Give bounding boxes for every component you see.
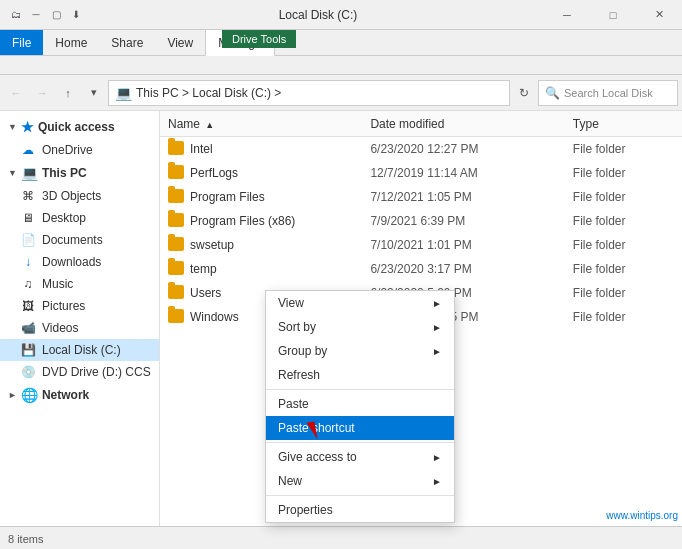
search-box[interactable]: 🔍 Search Local Disk: [538, 80, 678, 106]
context-menu-item[interactable]: New►: [266, 469, 454, 493]
address-bar: ← → ↑ ▾ 💻 This PC > Local Disk (C:) > ↻ …: [0, 75, 682, 111]
address-path[interactable]: 💻 This PC > Local Disk (C:) >: [108, 80, 510, 106]
downloads-icon: ↓: [20, 254, 36, 270]
submenu-arrow-icon: ►: [432, 476, 442, 487]
pictures-label: Pictures: [42, 299, 85, 313]
ctx-item-label: Refresh: [278, 368, 320, 382]
ctx-item-label: Give access to: [278, 450, 357, 464]
ctx-item-label: View: [278, 296, 304, 310]
file-name: Users: [190, 286, 221, 300]
title-icon-1: 🗂: [8, 7, 24, 23]
music-label: Music: [42, 277, 73, 291]
ctx-item-label: Group by: [278, 344, 327, 358]
watermark: www.wintips.org: [606, 510, 678, 521]
title-bar: 🗂 ─ ▢ ⬇ Local Disk (C:) ─ □ ✕: [0, 0, 682, 30]
computer-icon: 💻: [115, 85, 132, 101]
sidebar-item-dvd[interactable]: 💿 DVD Drive (D:) CCS: [0, 361, 159, 383]
file-type-cell: File folder: [573, 262, 674, 276]
file-name: Windows: [190, 310, 239, 324]
ribbon: File Home Share View Manage Drive Tools: [0, 30, 682, 75]
file-type-cell: File folder: [573, 286, 674, 300]
file-date-cell: 6/23/2020 12:27 PM: [370, 142, 572, 156]
back-button[interactable]: ←: [4, 81, 28, 105]
documents-label: Documents: [42, 233, 103, 247]
col-header-name[interactable]: Name ▲: [168, 117, 370, 131]
ctx-item-label: Paste shortcut: [278, 421, 355, 435]
tab-share[interactable]: Share: [99, 30, 155, 55]
sidebar-item-onedrive[interactable]: ☁ OneDrive: [0, 139, 159, 161]
tab-file[interactable]: File: [0, 30, 43, 55]
file-name-cell: temp: [168, 261, 370, 277]
ribbon-tabs: File Home Share View Manage: [0, 30, 682, 56]
thispc-chevron-icon: ▼: [8, 168, 17, 178]
context-menu-item[interactable]: Give access to►: [266, 445, 454, 469]
sidebar-item-localdisk[interactable]: 💾 Local Disk (C:): [0, 339, 159, 361]
sidebar-quick-access-header[interactable]: ▼ ★ Quick access: [0, 115, 159, 139]
sidebar-item-documents[interactable]: 📄 Documents: [0, 229, 159, 251]
submenu-arrow-icon: ►: [432, 322, 442, 333]
file-name-cell: Program Files (x86): [168, 213, 370, 229]
file-name: Program Files (x86): [190, 214, 295, 228]
context-menu-item[interactable]: View►: [266, 291, 454, 315]
sidebar-item-desktop[interactable]: 🖥 Desktop: [0, 207, 159, 229]
refresh-button[interactable]: ↻: [512, 81, 536, 105]
sidebar-network-header[interactable]: ► 🌐 Network: [0, 383, 159, 407]
recent-locations-button[interactable]: ▾: [82, 81, 106, 105]
desktop-icon: 🖥: [20, 210, 36, 226]
context-menu-item[interactable]: Sort by►: [266, 315, 454, 339]
network-icon: 🌐: [21, 387, 38, 403]
forward-button[interactable]: →: [30, 81, 54, 105]
file-name: Intel: [190, 142, 213, 156]
submenu-arrow-icon: ►: [432, 298, 442, 309]
table-row[interactable]: PerfLogs 12/7/2019 11:14 AM File folder: [160, 161, 682, 185]
file-name: temp: [190, 262, 217, 276]
submenu-arrow-icon: ►: [432, 346, 442, 357]
table-row[interactable]: Program Files 7/12/2021 1:05 PM File fol…: [160, 185, 682, 209]
tab-home[interactable]: Home: [43, 30, 99, 55]
downloads-label: Downloads: [42, 255, 101, 269]
item-count: 8 items: [8, 533, 43, 545]
file-name: swsetup: [190, 238, 234, 252]
sidebar-item-music[interactable]: ♫ Music: [0, 273, 159, 295]
file-type-cell: File folder: [573, 166, 674, 180]
submenu-arrow-icon: ►: [432, 452, 442, 463]
context-menu-item[interactable]: Group by►: [266, 339, 454, 363]
disk-icon: 💾: [20, 342, 36, 358]
table-row[interactable]: temp 6/23/2020 3:17 PM File folder: [160, 257, 682, 281]
maximize-button[interactable]: □: [590, 0, 636, 30]
videos-label: Videos: [42, 321, 78, 335]
computer-icon: 💻: [21, 165, 38, 181]
up-button[interactable]: ↑: [56, 81, 80, 105]
file-type-cell: File folder: [573, 310, 674, 324]
table-row[interactable]: swsetup 7/10/2021 1:01 PM File folder: [160, 233, 682, 257]
sidebar-item-videos[interactable]: 📹 Videos: [0, 317, 159, 339]
sidebar-item-pictures[interactable]: 🖼 Pictures: [0, 295, 159, 317]
file-date-cell: 7/10/2021 1:01 PM: [370, 238, 572, 252]
context-menu-item[interactable]: Refresh: [266, 363, 454, 387]
col-header-date[interactable]: Date modified: [370, 117, 572, 131]
sidebar-item-downloads[interactable]: ↓ Downloads: [0, 251, 159, 273]
desktop-label: Desktop: [42, 211, 86, 225]
context-menu: View►Sort by►Group by►RefreshPastePaste …: [265, 290, 455, 523]
videos-icon: 📹: [20, 320, 36, 336]
chevron-icon: ▼: [8, 122, 17, 132]
context-menu-item[interactable]: Properties: [266, 498, 454, 522]
dvd-label: DVD Drive (D:) CCS: [42, 365, 151, 379]
title-icons: 🗂 ─ ▢ ⬇: [0, 7, 92, 23]
context-menu-item[interactable]: Paste shortcut: [266, 416, 454, 440]
file-name-cell: PerfLogs: [168, 165, 370, 181]
file-name-cell: Intel: [168, 141, 370, 157]
file-type-cell: File folder: [573, 238, 674, 252]
folder-icon: [168, 285, 184, 301]
sidebar-item-3dobjects[interactable]: ⌘ 3D Objects: [0, 185, 159, 207]
col-header-type[interactable]: Type: [573, 117, 674, 131]
close-button[interactable]: ✕: [636, 0, 682, 30]
context-menu-item[interactable]: Paste: [266, 392, 454, 416]
table-row[interactable]: Program Files (x86) 7/9/2021 6:39 PM Fil…: [160, 209, 682, 233]
table-row[interactable]: Intel 6/23/2020 12:27 PM File folder: [160, 137, 682, 161]
tab-view[interactable]: View: [155, 30, 205, 55]
documents-icon: 📄: [20, 232, 36, 248]
file-name: PerfLogs: [190, 166, 238, 180]
minimize-button[interactable]: ─: [544, 0, 590, 30]
sidebar-thispc-header[interactable]: ▼ 💻 This PC: [0, 161, 159, 185]
